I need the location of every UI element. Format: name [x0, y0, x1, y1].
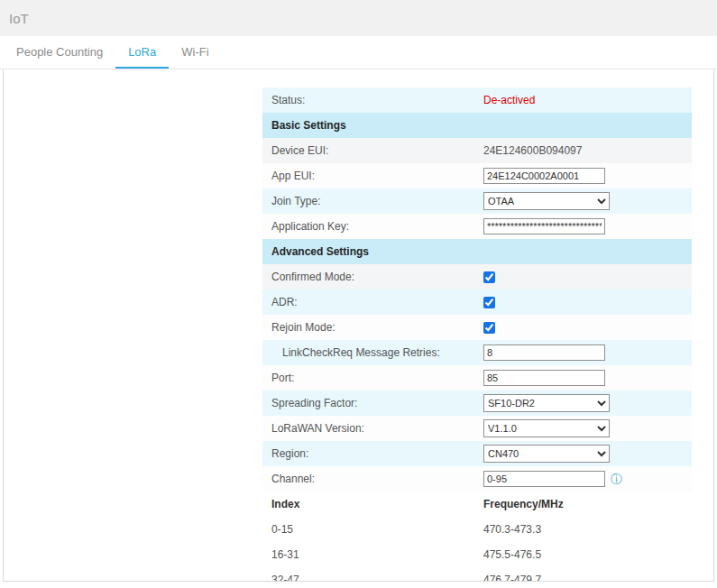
device-eui-row: Device EUI: 24E124600B094097 — [262, 138, 692, 163]
port-row: Port: — [262, 365, 692, 390]
frequency-column-header: Frequency/MHz — [483, 498, 692, 510]
join-type-select[interactable]: OTAA — [483, 192, 610, 210]
frequency-cell: 475.5-476.5 — [483, 548, 692, 561]
channel-row: Channel: ⓘ — [262, 466, 692, 492]
rejoin-mode-row: Rejoin Mode: — [262, 315, 692, 340]
adr-row: ADR: — [262, 289, 692, 315]
confirmed-mode-label: Confirmed Mode: — [262, 271, 483, 283]
app-eui-row: App EUI: — [262, 163, 692, 188]
index-cell: 32-47 — [262, 574, 483, 582]
advanced-settings-title: Advanced Settings — [262, 245, 369, 258]
channel-info-icon[interactable]: ⓘ — [611, 473, 622, 485]
spreading-factor-select[interactable]: SF10-DR2 — [483, 394, 610, 412]
table-row: 16-31 475.5-476.5 — [262, 542, 692, 567]
confirmed-mode-checkbox[interactable] — [483, 271, 495, 283]
confirmed-mode-row: Confirmed Mode: — [262, 264, 692, 289]
region-row: Region: CN470 — [262, 441, 692, 466]
region-select[interactable]: CN470 — [483, 445, 610, 463]
spreading-factor-row: Spreading Factor: SF10-DR2 — [262, 390, 692, 416]
lora-settings-form: Status: De-actived Basic Settings Device… — [262, 87, 692, 582]
region-label: Region: — [262, 447, 483, 460]
tab-lora[interactable]: LoRa — [115, 36, 169, 69]
advanced-settings-header: Advanced Settings — [262, 239, 692, 264]
device-eui-value: 24E124600B094097 — [483, 144, 582, 157]
application-key-input[interactable] — [483, 218, 605, 234]
table-row: 0-15 470.3-473.3 — [262, 517, 692, 542]
tab-wifi[interactable]: Wi-Fi — [169, 36, 221, 69]
spreading-factor-label: Spreading Factor: — [262, 397, 483, 409]
tab-wifi-label: Wi-Fi — [181, 45, 208, 59]
index-cell: 0-15 — [262, 523, 483, 536]
channel-label: Channel: — [262, 473, 483, 485]
application-key-row: Application Key: — [262, 214, 692, 239]
application-key-label: Application Key: — [262, 220, 483, 233]
join-type-row: Join Type: OTAA — [262, 188, 692, 214]
linkcheckreq-label: LinkCheckReq Message Retries: — [262, 346, 483, 359]
lorawan-version-row: LoRaWAN Version: V1.1.0 — [262, 416, 692, 441]
linkcheckreq-row: LinkCheckReq Message Retries: — [262, 340, 692, 365]
status-value: De-actived — [483, 94, 535, 106]
rejoin-mode-label: Rejoin Mode: — [262, 321, 483, 334]
adr-checkbox[interactable] — [483, 297, 495, 308]
app-eui-label: App EUI: — [262, 170, 483, 182]
content-panel: Status: De-actived Basic Settings Device… — [3, 69, 714, 582]
index-column-header: Index — [262, 498, 483, 510]
frequency-cell: 476.7-479.7 — [483, 574, 692, 582]
status-label: Status: — [262, 94, 483, 106]
port-input[interactable] — [483, 370, 605, 386]
tab-people-counting[interactable]: People Counting — [4, 36, 115, 69]
tab-people-counting-label: People Counting — [16, 45, 103, 59]
page-title: IoT — [9, 11, 29, 26]
port-label: Port: — [262, 372, 483, 384]
channel-table-header: Index Frequency/MHz — [262, 492, 692, 517]
device-eui-label: Device EUI: — [262, 144, 483, 157]
table-row: 32-47 476.7-479.7 — [262, 567, 692, 582]
tab-bar: People Counting LoRa Wi-Fi — [0, 36, 717, 69]
linkcheckreq-input[interactable] — [483, 345, 605, 361]
basic-settings-title: Basic Settings — [262, 119, 346, 132]
join-type-label: Join Type: — [262, 195, 483, 207]
lorawan-version-select[interactable]: V1.1.0 — [483, 419, 610, 437]
tab-lora-label: LoRa — [128, 45, 156, 59]
page-header: IoT — [0, 0, 717, 36]
lorawan-version-label: LoRaWAN Version: — [262, 422, 483, 435]
adr-label: ADR: — [262, 296, 483, 308]
basic-settings-header: Basic Settings — [262, 113, 692, 138]
rejoin-mode-checkbox[interactable] — [483, 322, 495, 334]
status-row: Status: De-actived — [262, 87, 692, 113]
app-eui-input[interactable] — [483, 168, 605, 184]
channel-input[interactable] — [483, 471, 605, 487]
frequency-cell: 470.3-473.3 — [483, 523, 692, 536]
index-cell: 16-31 — [262, 548, 483, 561]
